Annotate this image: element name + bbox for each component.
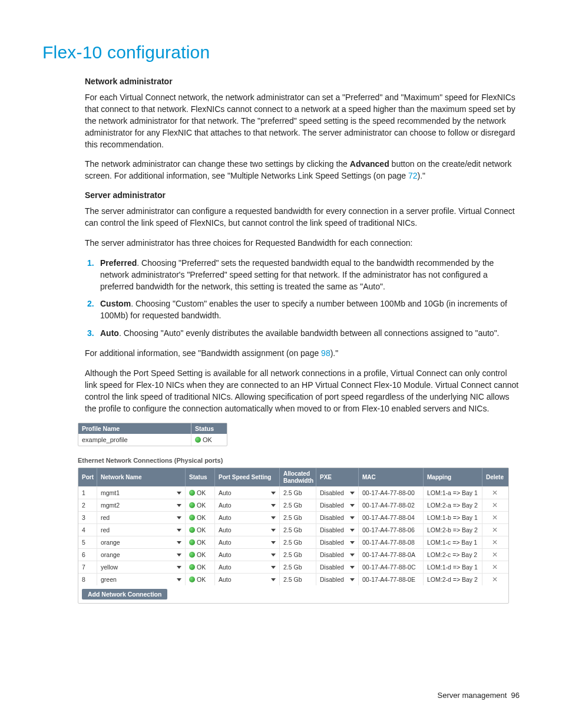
status-cell: OK	[186, 512, 215, 523]
after-list-p: For additional information, see "Bandwid…	[85, 348, 520, 360]
pxe-dropdown[interactable]: Disabled	[316, 561, 359, 573]
text: For additional information, see "Bandwid…	[85, 348, 321, 358]
close-icon: ✕	[492, 538, 498, 546]
status-cell: OK	[186, 561, 215, 573]
delete-cell[interactable]: ✕	[482, 499, 507, 511]
bw-cell: 2.5 Gb	[280, 499, 316, 511]
col-bw: Allocated Bandwidth	[280, 468, 316, 486]
network-name-dropdown[interactable]: orange	[97, 549, 186, 561]
table-row: 7yellowOKAuto2.5 GbDisabled00-17-A4-77-8…	[78, 561, 508, 573]
ok-icon	[189, 539, 195, 545]
port-speed-dropdown[interactable]: Auto	[215, 549, 280, 561]
close-icon: ✕	[492, 551, 498, 559]
mapping-cell: LOM:2-a => Bay 2	[424, 499, 482, 511]
delete-cell[interactable]: ✕	[482, 561, 507, 573]
pxe-dropdown[interactable]: Disabled	[316, 549, 359, 561]
footer-page: 96	[511, 691, 520, 700]
network-name-dropdown[interactable]: red	[97, 524, 186, 536]
delete-cell[interactable]: ✕	[482, 536, 507, 548]
port-speed-dropdown[interactable]: Auto	[215, 574, 280, 585]
bw-cell: 2.5 Gb	[280, 512, 316, 523]
col-status: Status	[191, 423, 227, 434]
delete-cell[interactable]: ✕	[482, 512, 507, 523]
close-icon: ✕	[492, 489, 498, 497]
network-name-dropdown[interactable]: mgmt1	[97, 487, 186, 499]
mapping-cell: LOM:2-b => Bay 2	[424, 524, 482, 536]
chevron-down-icon	[177, 566, 181, 569]
status-cell: OK	[186, 536, 215, 548]
option-name: Preferred	[100, 258, 137, 268]
delete-cell[interactable]: ✕	[482, 549, 507, 561]
port-speed-dropdown[interactable]: Auto	[215, 524, 280, 536]
network-admin-p1: For each Virtual Connect network, the ne…	[85, 92, 520, 150]
close-icon: ✕	[492, 575, 498, 584]
bw-cell: 2.5 Gb	[280, 487, 316, 499]
pxe-dropdown[interactable]: Disabled	[316, 487, 359, 499]
port-speed-dropdown[interactable]: Auto	[215, 512, 280, 523]
pxe-dropdown[interactable]: Disabled	[316, 574, 359, 585]
port-speed-dropdown[interactable]: Auto	[215, 487, 280, 499]
bw-cell: 2.5 Gb	[280, 536, 316, 548]
port-speed-dropdown[interactable]: Auto	[215, 499, 280, 511]
mapping-cell: LOM:1-d => Bay 1	[424, 561, 482, 573]
ok-icon	[189, 552, 195, 558]
mapping-cell: LOM:1-b => Bay 1	[424, 512, 482, 523]
table-row: 8greenOKAuto2.5 GbDisabled00-17-A4-77-88…	[78, 573, 508, 585]
server-admin-p2: The server administrator has three choic…	[85, 238, 520, 249]
add-network-connection-button[interactable]: Add Network Connection	[82, 589, 167, 599]
page-link-98[interactable]: 98	[321, 348, 330, 358]
ok-icon	[189, 515, 195, 521]
mac-cell: 00-17-A4-77-88-02	[359, 499, 424, 511]
port-cell: 2	[78, 499, 97, 511]
mapping-cell: LOM:1-c => Bay 1	[424, 536, 482, 548]
col-status: Status	[186, 468, 215, 486]
bw-cell: 2.5 Gb	[280, 561, 316, 573]
server-admin-heading: Server administrator	[85, 190, 520, 200]
chevron-down-icon	[271, 578, 276, 581]
mapping-cell: LOM:2-c => Bay 2	[424, 549, 482, 561]
page-title: Flex-10 configuration	[42, 42, 520, 62]
text: )."	[330, 348, 339, 358]
page-link-72[interactable]: 72	[408, 171, 418, 180]
table-row: example_profile OK	[78, 434, 227, 446]
table-row: 6orangeOKAuto2.5 GbDisabled00-17-A4-77-8…	[78, 548, 508, 561]
list-item: Auto. Choosing "Auto" evenly distributes…	[100, 328, 520, 340]
status-cell: OK	[186, 549, 215, 561]
option-text: . Choosing "Auto" evenly distributes the…	[119, 328, 500, 338]
option-text: . Choosing "Preferred" sets the requeste…	[100, 258, 494, 291]
port-speed-dropdown[interactable]: Auto	[215, 536, 280, 548]
status-cell: OK	[186, 574, 215, 585]
status-text: OK	[203, 436, 212, 443]
pxe-dropdown[interactable]: Disabled	[316, 536, 359, 548]
network-name-dropdown[interactable]: red	[97, 512, 186, 523]
bw-cell: 2.5 Gb	[280, 574, 316, 585]
chevron-down-icon	[177, 578, 181, 581]
chevron-down-icon	[350, 492, 355, 495]
delete-cell[interactable]: ✕	[482, 574, 507, 585]
delete-cell[interactable]: ✕	[482, 487, 507, 499]
chevron-down-icon	[350, 578, 355, 581]
close-icon: ✕	[492, 501, 498, 509]
pxe-dropdown[interactable]: Disabled	[316, 524, 359, 536]
pxe-dropdown[interactable]: Disabled	[316, 512, 359, 523]
port-speed-dropdown[interactable]: Auto	[215, 561, 280, 573]
table-row: 3redOKAuto2.5 GbDisabled00-17-A4-77-88-0…	[78, 511, 508, 523]
chevron-down-icon	[177, 504, 181, 507]
pxe-dropdown[interactable]: Disabled	[316, 499, 359, 511]
col-mapping: Mapping	[424, 468, 482, 486]
bw-cell: 2.5 Gb	[280, 524, 316, 536]
col-profile-name: Profile Name	[78, 423, 191, 434]
network-name-dropdown[interactable]: mgmt2	[97, 499, 186, 511]
network-name-dropdown[interactable]: green	[97, 574, 186, 585]
option-text: . Choosing "Custom" enables the user to …	[100, 299, 507, 320]
chevron-down-icon	[271, 541, 276, 544]
network-name-dropdown[interactable]: orange	[97, 536, 186, 548]
chevron-down-icon	[350, 529, 355, 532]
chevron-down-icon	[350, 566, 355, 569]
table-row: 2mgmt2OKAuto2.5 GbDisabled00-17-A4-77-88…	[78, 499, 508, 511]
network-name-dropdown[interactable]: yellow	[97, 561, 186, 573]
mac-cell: 00-17-A4-77-88-0A	[359, 549, 424, 561]
network-admin-heading: Network administrator	[85, 77, 520, 86]
delete-cell[interactable]: ✕	[482, 524, 507, 536]
status-cell: OK	[186, 524, 215, 536]
